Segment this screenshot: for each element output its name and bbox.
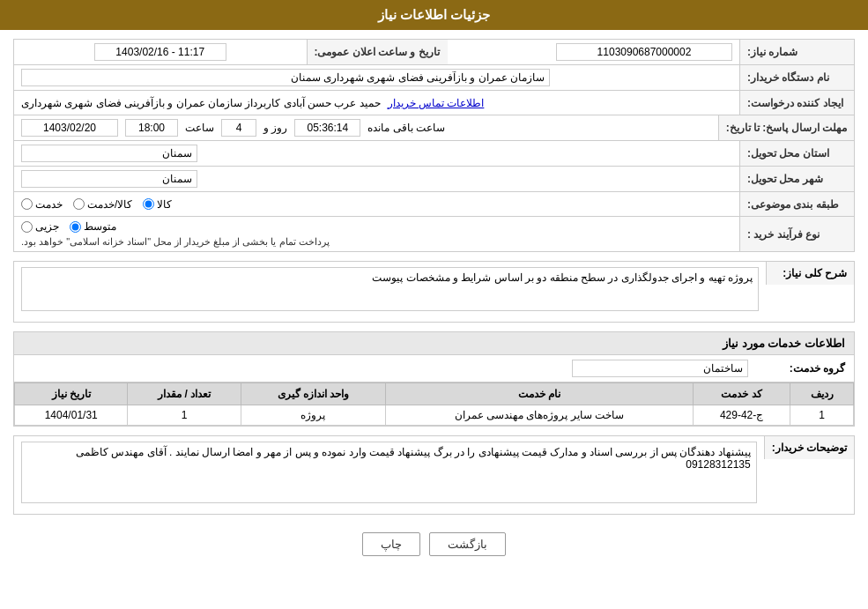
buyer-org-input[interactable] bbox=[21, 69, 550, 86]
need-desc-value bbox=[14, 262, 766, 322]
cell-date: 1404/01/31 bbox=[15, 405, 128, 426]
category-options: کالا کالا/خدمت خدمت bbox=[14, 192, 739, 216]
buyer-org-label: نام دستگاه خریدار: bbox=[739, 65, 854, 90]
creator-label: ایجاد کننده درخواست: bbox=[739, 91, 854, 115]
col-date: تاریخ نیاز bbox=[15, 383, 128, 405]
countdown-value: 05:36:14 bbox=[294, 119, 360, 137]
cell-quantity: 1 bbox=[128, 405, 241, 426]
table-row: 1ج-42-429ساخت سایر پروژه‌های مهندسی عمرا… bbox=[15, 405, 854, 426]
table-header-row: ردیف کد خدمت نام خدمت واحد اندازه گیری ت… bbox=[15, 383, 854, 405]
buyer-notes-row: توضیحات خریدار: bbox=[14, 436, 854, 514]
category-label: طبقه بندی موضوعی: bbox=[739, 192, 854, 216]
service-group-row: گروه خدمت: bbox=[14, 355, 854, 382]
need-number-input[interactable] bbox=[556, 43, 732, 61]
category-option-kala[interactable]: کالا bbox=[143, 198, 172, 211]
service-group-label: گروه خدمت: bbox=[748, 362, 845, 375]
purchase-type-label: نوع فرآیند خرید : bbox=[739, 217, 854, 251]
buyer-notes-textarea[interactable] bbox=[21, 442, 757, 503]
response-time-input[interactable] bbox=[125, 119, 178, 137]
purchase-option-middle[interactable]: متوسط bbox=[70, 220, 116, 233]
cell-unit: پروژه bbox=[241, 405, 385, 426]
back-button[interactable]: بازگشت bbox=[429, 532, 506, 556]
page-header: جزئیات اطلاعات نیاز bbox=[0, 0, 868, 30]
purchase-partial-radio[interactable] bbox=[21, 221, 33, 233]
button-row: بازگشت چاپ bbox=[13, 524, 855, 565]
row-buyer-org: نام دستگاه خریدار: bbox=[14, 65, 854, 91]
col-name: نام خدمت bbox=[386, 383, 694, 405]
province-label: استان محل تحویل: bbox=[739, 141, 854, 166]
col-code: کد خدمت bbox=[693, 383, 790, 405]
purchase-type-value: متوسط جزیی پرداخت تمام یا بخشی از مبلغ خ… bbox=[14, 217, 739, 251]
announcement-value bbox=[14, 40, 307, 64]
buyer-org-value bbox=[14, 65, 739, 90]
main-content: شماره نیاز: تاریخ و ساعت اعلان عمومی: نا… bbox=[0, 30, 868, 574]
col-row: ردیف bbox=[790, 383, 854, 405]
buyer-notes-label: توضیحات خریدار: bbox=[764, 436, 854, 459]
category-khedmat-label: خدمت bbox=[35, 198, 63, 211]
info-section: شماره نیاز: تاریخ و ساعت اعلان عمومی: نا… bbox=[13, 39, 855, 252]
row-category: طبقه بندی موضوعی: کالا کالا/خدمت خدمت bbox=[14, 192, 854, 217]
category-khedmat-radio[interactable] bbox=[21, 198, 33, 210]
service-section-title: اطلاعات خدمات مورد نیاز bbox=[14, 332, 854, 355]
cell-code: ج-42-429 bbox=[693, 405, 790, 426]
service-group-input[interactable] bbox=[572, 360, 748, 377]
page-wrapper: جزئیات اطلاعات نیاز شماره نیاز: تاریخ و … bbox=[0, 0, 868, 609]
need-number-value bbox=[448, 40, 740, 64]
print-button[interactable]: چاپ bbox=[362, 532, 420, 556]
province-value bbox=[14, 141, 739, 166]
cell-row: 1 bbox=[790, 405, 854, 426]
service-table-container: ردیف کد خدمت نام خدمت واحد اندازه گیری ت… bbox=[14, 382, 854, 426]
need-desc-label: شرح کلی نیاز: bbox=[766, 262, 854, 285]
response-days-label: روز و bbox=[263, 122, 287, 134]
need-desc-row: شرح کلی نیاز: bbox=[14, 262, 854, 322]
row-purchase-type: نوع فرآیند خرید : متوسط جزیی پرداخت تمام… bbox=[14, 217, 854, 251]
response-deadline-value: ساعت باقی مانده 05:36:14 روز و ساعت bbox=[14, 115, 718, 140]
purchase-option-partial[interactable]: جزیی bbox=[21, 220, 59, 233]
buyer-notes-value bbox=[14, 436, 764, 514]
row-city: شهر محل تحویل: bbox=[14, 167, 854, 192]
service-info-section: اطلاعات خدمات مورد نیاز گروه خدمت: ردیف … bbox=[13, 331, 855, 427]
buyer-notes-box: توضیحات خریدار: bbox=[13, 435, 855, 515]
response-days-input[interactable] bbox=[221, 119, 256, 137]
cell-name: ساخت سایر پروژه‌های مهندسی عمران bbox=[386, 405, 694, 426]
category-kala-radio[interactable] bbox=[143, 198, 154, 210]
category-kala-khedmat-radio[interactable] bbox=[73, 198, 85, 210]
row-response-deadline: مهلت ارسال پاسخ: تا تاریخ: ساعت باقی مان… bbox=[14, 115, 854, 141]
service-table: ردیف کد خدمت نام خدمت واحد اندازه گیری ت… bbox=[14, 382, 854, 426]
announcement-label: تاریخ و ساعت اعلان عمومی: bbox=[307, 40, 448, 64]
creator-name-text: حمید عرب حسن آبادی کاربرداز سازمان عمران… bbox=[21, 97, 381, 109]
city-label: شهر محل تحویل: bbox=[739, 167, 854, 191]
province-input[interactable] bbox=[21, 145, 197, 162]
city-input[interactable] bbox=[21, 170, 197, 188]
category-option-kala-khedmat[interactable]: کالا/خدمت bbox=[73, 198, 132, 211]
category-option-khedmat[interactable]: خدمت bbox=[21, 198, 63, 211]
row-province: استان محل تحویل: bbox=[14, 141, 854, 167]
row-need-number: شماره نیاز: تاریخ و ساعت اعلان عمومی: bbox=[14, 40, 854, 65]
creator-value: اطلاعات تماس خریدار حمید عرب حسن آبادی ک… bbox=[14, 91, 739, 115]
col-quantity: تعداد / مقدار bbox=[128, 383, 241, 405]
row-creator: ایجاد کننده درخواست: اطلاعات تماس خریدار… bbox=[14, 91, 854, 115]
purchase-partial-label: جزیی bbox=[35, 220, 59, 233]
purchase-note-text: پرداخت تمام یا بخشی از مبلغ خریدار از مح… bbox=[21, 236, 330, 248]
col-unit: واحد اندازه گیری bbox=[241, 383, 385, 405]
category-kala-khedmat-label: کالا/خدمت bbox=[87, 198, 132, 211]
response-deadline-label: مهلت ارسال پاسخ: تا تاریخ: bbox=[718, 115, 854, 140]
need-description-box: شرح کلی نیاز: bbox=[13, 261, 855, 323]
purchase-middle-radio[interactable] bbox=[70, 221, 81, 233]
city-value bbox=[14, 167, 739, 191]
countdown-label: ساعت باقی مانده bbox=[367, 122, 445, 134]
creator-contact-link[interactable]: اطلاعات تماس خریدار bbox=[388, 97, 485, 109]
service-group-value bbox=[23, 360, 748, 377]
announcement-input[interactable] bbox=[94, 43, 226, 61]
response-time-label: ساعت bbox=[185, 122, 214, 134]
need-desc-textarea[interactable] bbox=[21, 267, 759, 311]
need-number-label: شماره نیاز: bbox=[739, 40, 854, 64]
response-date-input[interactable] bbox=[21, 119, 118, 137]
page-title: جزئیات اطلاعات نیاز bbox=[378, 7, 490, 22]
category-kala-label: کالا bbox=[157, 198, 172, 211]
purchase-middle-label: متوسط bbox=[84, 220, 116, 233]
